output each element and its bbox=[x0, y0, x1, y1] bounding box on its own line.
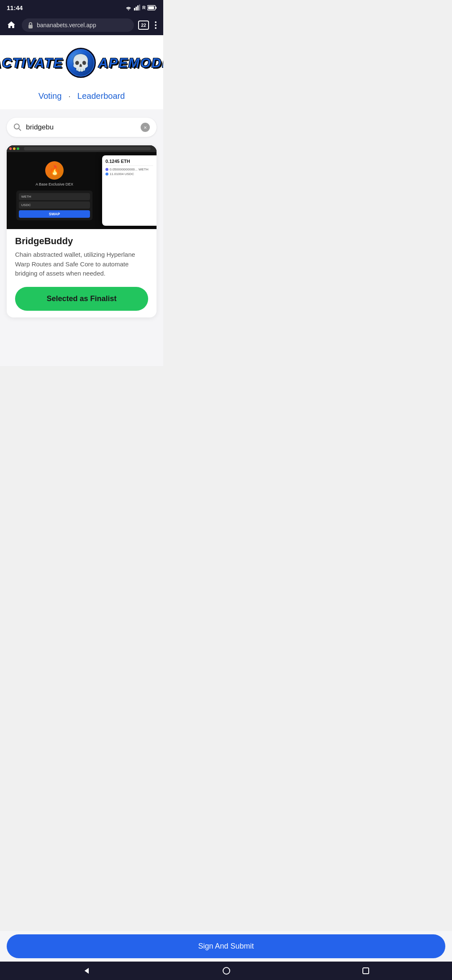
svg-rect-3 bbox=[137, 5, 139, 10]
clear-icon: × bbox=[144, 124, 147, 131]
voting-link[interactable]: Voting bbox=[39, 91, 62, 101]
project-card: 🔥 A Base Exclusive DEX WETH USDC SWAP bbox=[7, 145, 157, 317]
swap-button: SWAP bbox=[19, 210, 90, 218]
url-text: bananabets.vercel.app bbox=[37, 22, 96, 28]
card-title: BridgeBuddy bbox=[15, 236, 148, 247]
logo-container: ACTIVATE 💀 APEMODE bbox=[0, 48, 163, 78]
svg-rect-7 bbox=[148, 6, 154, 9]
bottom-spacer bbox=[0, 324, 163, 358]
leaderboard-link[interactable]: Leaderboard bbox=[77, 91, 125, 101]
logo-text-right: APEMODE bbox=[98, 55, 163, 71]
home-icon bbox=[7, 21, 16, 29]
search-bar: × bbox=[7, 118, 157, 137]
svg-rect-2 bbox=[136, 7, 137, 10]
svg-point-0 bbox=[128, 10, 129, 10]
browser-bar: bananabets.vercel.app 22 bbox=[0, 15, 163, 35]
card-description: Chain abstracted wallet, utilizing Hyper… bbox=[15, 250, 148, 279]
home-button[interactable] bbox=[5, 19, 18, 32]
card-body: BridgeBuddy Chain abstracted wallet, uti… bbox=[7, 229, 157, 317]
header: ACTIVATE 💀 APEMODE bbox=[0, 35, 163, 86]
svg-point-9 bbox=[14, 124, 19, 129]
logo-skull-circle: 💀 bbox=[66, 48, 96, 78]
finalist-button[interactable]: Selected as Finalist bbox=[15, 287, 148, 311]
eth-amount: 0.1245 ETH bbox=[105, 159, 153, 166]
search-container: × bbox=[0, 109, 163, 145]
battery-icon bbox=[147, 5, 157, 10]
network-type: R bbox=[142, 5, 146, 10]
token2-amount: 11.01004 USDC bbox=[110, 172, 134, 176]
svg-rect-1 bbox=[134, 8, 135, 10]
url-bar[interactable]: bananabets.vercel.app bbox=[22, 18, 134, 32]
svg-rect-6 bbox=[156, 7, 157, 9]
svg-rect-4 bbox=[139, 5, 140, 10]
svg-rect-8 bbox=[28, 25, 33, 28]
lock-icon bbox=[28, 22, 33, 28]
field-usdc: USDC bbox=[19, 201, 90, 209]
dex-screenshot: 🔥 A Base Exclusive DEX WETH USDC SWAP bbox=[7, 145, 157, 229]
status-bar: 11:44 R bbox=[0, 0, 163, 15]
search-icon bbox=[13, 123, 22, 132]
search-clear-button[interactable]: × bbox=[141, 123, 150, 132]
skull-icon: 💀 bbox=[71, 54, 90, 72]
main-content: ACTIVATE 💀 APEMODE Voting · Leaderboard … bbox=[0, 35, 163, 366]
logo-text-left: ACTIVATE bbox=[0, 55, 63, 71]
token1-amount: 0.050000000000... WETH bbox=[110, 168, 149, 171]
tabs-button[interactable]: 22 bbox=[138, 21, 149, 30]
signal-icon bbox=[134, 5, 141, 10]
search-input[interactable] bbox=[26, 123, 136, 132]
svg-line-10 bbox=[19, 129, 21, 131]
status-icons: R bbox=[125, 5, 157, 10]
field-weth: WETH bbox=[19, 193, 90, 200]
status-time: 11:44 bbox=[7, 4, 23, 11]
browser-menu-button[interactable] bbox=[153, 20, 158, 31]
dex-label: A Base Exclusive DEX bbox=[36, 182, 73, 186]
nav-separator: · bbox=[68, 91, 71, 101]
card-image: 🔥 A Base Exclusive DEX WETH USDC SWAP bbox=[7, 145, 157, 229]
card-container: 🔥 A Base Exclusive DEX WETH USDC SWAP bbox=[0, 145, 163, 324]
wifi-icon bbox=[125, 5, 132, 10]
nav-links: Voting · Leaderboard bbox=[0, 86, 163, 109]
